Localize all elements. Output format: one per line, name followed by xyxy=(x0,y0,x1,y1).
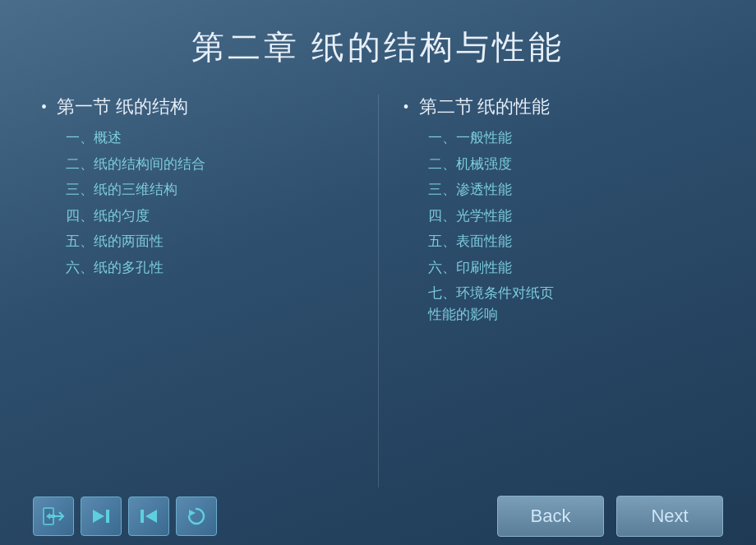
right-bullet: • xyxy=(403,98,409,117)
svg-rect-7 xyxy=(141,510,144,523)
svg-marker-8 xyxy=(189,510,196,516)
svg-rect-5 xyxy=(106,510,109,523)
skip-forward-button[interactable] xyxy=(81,497,122,536)
nav-buttons-group: Back Next xyxy=(497,496,723,537)
refresh-button[interactable] xyxy=(176,497,217,536)
list-item: 一、概述 xyxy=(66,127,353,149)
list-item: 六、印刷性能 xyxy=(428,257,716,279)
skip-forward-icon xyxy=(90,505,113,528)
list-item: 六、纸的多孔性 xyxy=(66,257,353,279)
column-divider xyxy=(378,95,379,487)
left-section-header: • 第一节 纸的结构 xyxy=(41,95,353,119)
svg-marker-6 xyxy=(145,510,157,523)
list-item: 五、纸的两面性 xyxy=(66,231,353,252)
skip-back-icon xyxy=(137,505,160,528)
list-item: 三、渗透性能 xyxy=(428,179,716,201)
list-item: 七、环境条件对纸页 性能的影响 xyxy=(428,283,716,325)
refresh-icon xyxy=(185,505,208,528)
list-item: 二、机械强度 xyxy=(428,154,716,175)
list-item: 五、表面性能 xyxy=(428,231,716,252)
content-area: • 第一节 纸的结构 一、概述 二、纸的结构间的结合 三、纸的三维结构 四、纸的… xyxy=(25,95,731,487)
list-item: 三、纸的三维结构 xyxy=(66,179,353,201)
next-button[interactable]: Next xyxy=(616,496,723,537)
right-section-title: 第二节 纸的性能 xyxy=(419,95,551,119)
svg-marker-4 xyxy=(93,510,104,523)
left-column: • 第一节 纸的结构 一、概述 二、纸的结构间的结合 三、纸的三维结构 四、纸的… xyxy=(41,95,353,487)
right-column: • 第二节 纸的性能 一、一般性能 二、机械强度 三、渗透性能 四、光学性能 五… xyxy=(403,95,716,487)
list-item: 四、光学性能 xyxy=(428,206,716,227)
right-section-header: • 第二节 纸的性能 xyxy=(403,95,716,119)
exit-icon xyxy=(42,505,65,528)
list-item: 二、纸的结构间的结合 xyxy=(66,154,353,175)
list-item: 四、纸的匀度 xyxy=(66,206,353,227)
skip-back-button[interactable] xyxy=(128,497,169,536)
left-sub-items: 一、概述 二、纸的结构间的结合 三、纸的三维结构 四、纸的匀度 五、纸的两面性 … xyxy=(41,127,353,278)
left-section-title: 第一节 纸的结构 xyxy=(57,95,188,119)
right-sub-items: 一、一般性能 二、机械强度 三、渗透性能 四、光学性能 五、表面性能 六、印刷性… xyxy=(403,127,716,325)
back-button[interactable]: Back xyxy=(497,496,604,537)
list-item: 一、一般性能 xyxy=(428,127,716,149)
footer: Back Next xyxy=(25,487,731,545)
exit-button[interactable] xyxy=(33,497,74,536)
slide-container: 第二章 纸的结构与性能 • 第一节 纸的结构 一、概述 二、纸的结构间的结合 三… xyxy=(0,0,756,545)
nav-icons-group xyxy=(33,497,217,536)
left-bullet: • xyxy=(41,98,47,117)
page-title: 第二章 纸的结构与性能 xyxy=(25,0,731,95)
